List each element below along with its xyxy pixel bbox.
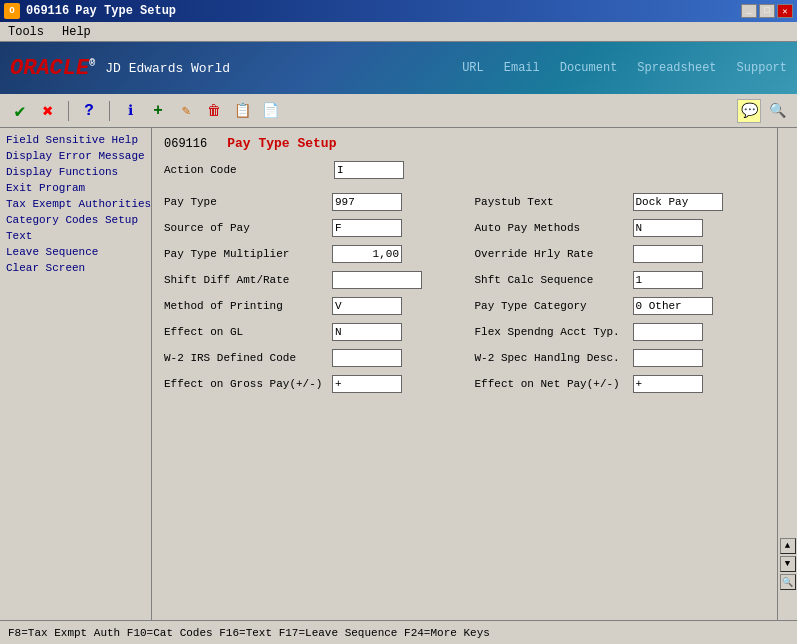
pay-type-category-input[interactable]	[633, 297, 713, 315]
checkmark-button[interactable]: ✔	[8, 99, 32, 123]
menu-bar: Tools Help	[0, 22, 797, 42]
app-icon: O	[4, 3, 20, 19]
nav-support[interactable]: Support	[737, 61, 787, 75]
menu-tools[interactable]: Tools	[4, 25, 48, 39]
action-code-label: Action Code	[164, 164, 324, 176]
separator-1	[68, 101, 69, 121]
separator-2	[109, 101, 110, 121]
effect-on-net-label: Effect on Net Pay(+/-)	[475, 378, 625, 390]
w2-irs-row: W-2 IRS Defined Code W-2 Spec Handlng De…	[164, 349, 765, 367]
override-hrly-rate-input[interactable]	[633, 245, 703, 263]
add-button[interactable]: +	[146, 99, 170, 123]
pay-type-label: Pay Type	[164, 196, 324, 208]
effect-on-gl-input[interactable]	[332, 323, 402, 341]
w2-irs-label: W-2 IRS Defined Code	[164, 352, 324, 364]
title-bar: O 069116 Pay Type Setup _ □ ✕	[0, 0, 797, 22]
help-button[interactable]: ?	[77, 99, 101, 123]
sidebar-item-category-codes-setup[interactable]: Category Codes Setup	[0, 212, 151, 228]
pay-type-row: Pay Type Paystub Text	[164, 193, 765, 211]
sidebar-item-field-sensitive-help[interactable]: Field Sensitive Help	[0, 132, 151, 148]
form-id: 069116	[164, 137, 207, 151]
shift-diff-row: Shift Diff Amt/Rate Shft Calc Sequence	[164, 271, 765, 289]
status-bar: F8=Tax Exmpt Auth F10=Cat Codes F16=Text…	[0, 620, 797, 644]
header-nav: URL Email Document Spreadsheet Support	[462, 61, 787, 75]
pay-type-multiplier-input[interactable]	[332, 245, 402, 263]
scroll-up-button[interactable]: ▲	[780, 538, 796, 554]
shft-calc-sequence-input[interactable]	[633, 271, 703, 289]
close-button[interactable]: ✕	[777, 4, 793, 18]
sidebar-item-text[interactable]: Text	[0, 228, 151, 244]
w2-spec-handling-label: W-2 Spec Handlng Desc.	[475, 352, 625, 364]
effect-on-gross-label: Effect on Gross Pay(+/-)	[164, 378, 324, 390]
form-area: 069116 Pay Type Setup Action Code Pay Ty…	[152, 128, 777, 620]
auto-pay-methods-label: Auto Pay Methods	[475, 222, 625, 234]
flex-spending-input[interactable]	[633, 323, 703, 341]
pay-type-multiplier-row: Pay Type Multiplier Override Hrly Rate	[164, 245, 765, 263]
jd-edwards-text: JD Edwards World	[105, 61, 230, 76]
toolbar: ✔ ✖ ? ℹ + ✎ 🗑 📋 📄 💬 🔍	[0, 94, 797, 128]
paystub-text-label: Paystub Text	[475, 196, 625, 208]
maximize-button[interactable]: □	[759, 4, 775, 18]
delete-button[interactable]: 🗑	[202, 99, 226, 123]
form-header: 069116 Pay Type Setup	[164, 136, 765, 151]
zoom-button[interactable]: 🔍	[780, 574, 796, 590]
override-hrly-rate-label: Override Hrly Rate	[475, 248, 625, 260]
edit-button[interactable]: ✎	[174, 99, 198, 123]
effect-on-gl-row: Effect on GL Flex Spendng Acct Typ.	[164, 323, 765, 341]
main-container: Field Sensitive Help Display Error Messa…	[0, 128, 797, 620]
source-of-pay-row: Source of Pay Auto Pay Methods	[164, 219, 765, 237]
nav-email[interactable]: Email	[504, 61, 540, 75]
sidebar-item-leave-sequence[interactable]: Leave Sequence	[0, 244, 151, 260]
message-button[interactable]: 💬	[737, 99, 761, 123]
window-controls[interactable]: _ □ ✕	[741, 4, 793, 18]
pay-type-multiplier-label: Pay Type Multiplier	[164, 248, 324, 260]
oracle-logo: ORACLE®	[10, 56, 95, 81]
shft-calc-sequence-label: Shft Calc Sequence	[475, 274, 625, 286]
source-of-pay-label: Source of Pay	[164, 222, 324, 234]
search-button[interactable]: 🔍	[765, 99, 789, 123]
cancel-button[interactable]: ✖	[36, 99, 60, 123]
w2-spec-handling-input[interactable]	[633, 349, 703, 367]
nav-document[interactable]: Document	[560, 61, 618, 75]
sidebar-item-display-functions[interactable]: Display Functions	[0, 164, 151, 180]
source-of-pay-input[interactable]	[332, 219, 402, 237]
auto-pay-methods-input[interactable]	[633, 219, 703, 237]
nav-spreadsheet[interactable]: Spreadsheet	[637, 61, 716, 75]
info-button[interactable]: ℹ	[118, 99, 142, 123]
sidebar: Field Sensitive Help Display Error Messa…	[0, 128, 152, 620]
action-code-row: Action Code	[164, 161, 765, 179]
shift-diff-label: Shift Diff Amt/Rate	[164, 274, 324, 286]
oracle-header: ORACLE® JD Edwards World URL Email Docum…	[0, 42, 797, 94]
effect-on-gross-row: Effect on Gross Pay(+/-) Effect on Net P…	[164, 375, 765, 393]
title-text: Pay Type Setup	[75, 4, 176, 18]
menu-help[interactable]: Help	[58, 25, 95, 39]
scroll-down-button[interactable]: ▼	[780, 556, 796, 572]
effect-on-net-input[interactable]	[633, 375, 703, 393]
status-text: F8=Tax Exmpt Auth F10=Cat Codes F16=Text…	[8, 627, 490, 639]
flex-spending-label: Flex Spendng Acct Typ.	[475, 326, 625, 338]
sidebar-item-clear-screen[interactable]: Clear Screen	[0, 260, 151, 276]
paste-button[interactable]: 📄	[258, 99, 282, 123]
action-code-input[interactable]	[334, 161, 404, 179]
minimize-button[interactable]: _	[741, 4, 757, 18]
pay-type-input[interactable]	[332, 193, 402, 211]
sidebar-item-exit-program[interactable]: Exit Program	[0, 180, 151, 196]
w2-irs-input[interactable]	[332, 349, 402, 367]
effect-on-gl-label: Effect on GL	[164, 326, 324, 338]
pay-type-category-label: Pay Type Category	[475, 300, 625, 312]
shift-diff-input[interactable]	[332, 271, 422, 289]
form-title: Pay Type Setup	[227, 136, 336, 151]
method-of-printing-input[interactable]	[332, 297, 402, 315]
method-of-printing-label: Method of Printing	[164, 300, 324, 312]
sidebar-item-tax-exempt-authorities[interactable]: Tax Exempt Authorities	[0, 196, 151, 212]
nav-url[interactable]: URL	[462, 61, 484, 75]
paystub-text-input[interactable]	[633, 193, 723, 211]
copy-button[interactable]: 📋	[230, 99, 254, 123]
sidebar-item-display-error-message[interactable]: Display Error Message	[0, 148, 151, 164]
effect-on-gross-input[interactable]	[332, 375, 402, 393]
title-id: 069116	[26, 4, 69, 18]
method-of-printing-row: Method of Printing Pay Type Category	[164, 297, 765, 315]
